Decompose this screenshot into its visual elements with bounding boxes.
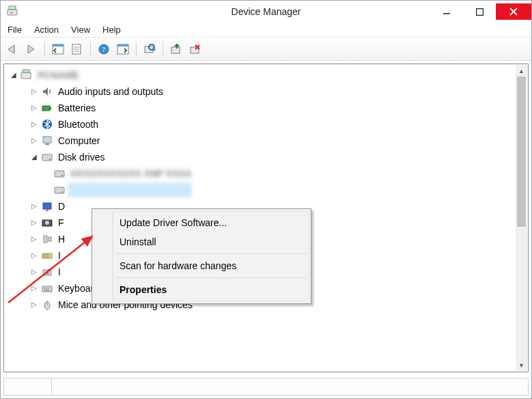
computer-icon [20, 69, 33, 81]
tree-item-disk-selected[interactable] [5, 182, 527, 198]
expand-icon[interactable]: ▷ [30, 284, 38, 292]
show-hide-console-tree-button[interactable] [49, 40, 67, 58]
forward-button[interactable] [23, 40, 40, 58]
imaging-icon [41, 266, 53, 278]
svg-rect-42 [48, 237, 51, 241]
caption-buttons [430, 3, 531, 20]
tree-category-batteries[interactable]: ▷ Batteries [5, 100, 527, 116]
menu-item-uninstall[interactable]: Uninstall [95, 232, 308, 251]
menu-action[interactable]: Action [34, 25, 59, 35]
dvd-icon [41, 217, 53, 229]
menu-bar: File Action View Help [1, 23, 531, 38]
battery-icon [41, 102, 53, 114]
svg-rect-49 [48, 269, 51, 270]
menu-help[interactable]: Help [102, 25, 121, 35]
tree-label: Audio inputs and outputs [56, 85, 165, 98]
vertical-scrollbar[interactable]: ▲ ▼ [516, 65, 527, 371]
svg-point-34 [61, 175, 63, 176]
tree-item-disk[interactable]: HXXXXXXXXXX XNP XXXA [5, 165, 527, 182]
menu-item-scan-hardware[interactable]: Scan for hardware changes [95, 256, 308, 275]
uninstall-button[interactable] [186, 40, 204, 58]
menu-item-label: Uninstall [120, 236, 156, 247]
help-button[interactable]: ? [95, 40, 113, 58]
hid-icon [41, 233, 53, 245]
minimize-button[interactable] [430, 3, 463, 20]
maximize-button[interactable] [463, 3, 496, 20]
tree-label: Batteries [56, 102, 98, 115]
svg-rect-50 [42, 286, 52, 292]
expand-icon[interactable]: ▷ [30, 104, 38, 112]
collapse-icon[interactable]: ◢ [30, 153, 38, 161]
svg-point-32 [49, 159, 51, 160]
back-button[interactable] [3, 40, 21, 58]
svg-rect-29 [43, 137, 51, 143]
expand-icon[interactable]: ▷ [30, 235, 38, 243]
scroll-up-button[interactable]: ▲ [516, 65, 527, 77]
expand-icon[interactable]: ▷ [30, 137, 38, 145]
menu-file[interactable]: File [8, 25, 22, 35]
expand-icon[interactable]: ▷ [30, 202, 38, 210]
tree-category-disk-drives[interactable]: ◢ Disk drives [5, 149, 527, 165]
menu-item-update-driver[interactable]: Update Driver Software... [95, 213, 308, 232]
svg-rect-37 [43, 203, 51, 209]
title-bar: Device Manager [1, 1, 531, 23]
svg-rect-54 [44, 290, 49, 291]
keyboard-icon [41, 282, 53, 294]
tree-label: Computer [56, 135, 102, 148]
scroll-thumb[interactable] [517, 77, 526, 227]
toolbar-separator [90, 42, 91, 57]
tree-label: I [56, 249, 63, 262]
disk-icon [41, 151, 53, 163]
expand-icon[interactable]: ▷ [30, 268, 38, 276]
svg-rect-38 [46, 210, 48, 211]
svg-rect-31 [42, 154, 52, 161]
expand-icon[interactable]: ◢ [10, 71, 18, 79]
speaker-icon [41, 85, 53, 98]
svg-rect-2 [10, 12, 13, 14]
menu-item-properties[interactable]: Properties [95, 280, 308, 299]
app-icon [6, 5, 20, 18]
svg-rect-33 [55, 171, 64, 177]
tree-item-label: HXXXXXXXXXX XNP XXXA [68, 167, 194, 180]
tree-label: Disk drives [56, 151, 107, 164]
svg-rect-8 [53, 44, 64, 46]
tree-label: F [56, 217, 66, 230]
tree-label: D [56, 200, 67, 213]
tree-label: Bluetooth [56, 118, 100, 131]
bluetooth-icon [41, 118, 53, 130]
tree-root-label: PCNAME [36, 69, 81, 82]
expand-icon[interactable]: ▷ [30, 219, 38, 227]
menu-divider [117, 253, 307, 254]
expand-icon[interactable]: ▷ [30, 120, 38, 128]
ide-icon [41, 249, 53, 262]
scroll-down-button[interactable]: ▼ [516, 359, 527, 371]
properties-button[interactable] [68, 40, 86, 58]
svg-rect-30 [45, 143, 49, 145]
scan-hardware-button[interactable] [141, 40, 158, 58]
svg-rect-4 [476, 8, 483, 15]
svg-point-36 [61, 191, 63, 193]
tree-root[interactable]: ◢ PCNAME [5, 67, 527, 83]
expand-icon[interactable]: ▷ [30, 87, 38, 96]
svg-rect-20 [171, 47, 180, 53]
action-button[interactable] [114, 40, 132, 58]
disk-icon [53, 167, 66, 180]
svg-point-48 [46, 271, 49, 275]
tree-category-bluetooth[interactable]: ▷ Bluetooth [5, 116, 527, 133]
update-driver-button[interactable] [167, 40, 185, 58]
close-button[interactable] [496, 3, 531, 20]
expand-icon[interactable]: ▷ [30, 301, 38, 309]
tree-category-computer[interactable]: ▷ Computer [5, 133, 527, 149]
tree-category-audio[interactable]: ▷ Audio inputs and outputs [5, 83, 527, 100]
device-manager-window: Device Manager File Action View Help [0, 0, 532, 399]
status-pane-left [3, 378, 51, 396]
context-menu: Update Driver Software... Uninstall Scan… [92, 208, 311, 304]
svg-rect-1 [9, 6, 16, 10]
svg-rect-51 [44, 288, 45, 289]
expand-icon[interactable]: ▷ [30, 251, 38, 260]
menu-item-label: Properties [120, 284, 167, 295]
scroll-track[interactable] [516, 77, 527, 359]
toolbar: ? [1, 38, 531, 61]
menu-view[interactable]: View [71, 25, 90, 35]
mouse-icon [41, 299, 53, 311]
